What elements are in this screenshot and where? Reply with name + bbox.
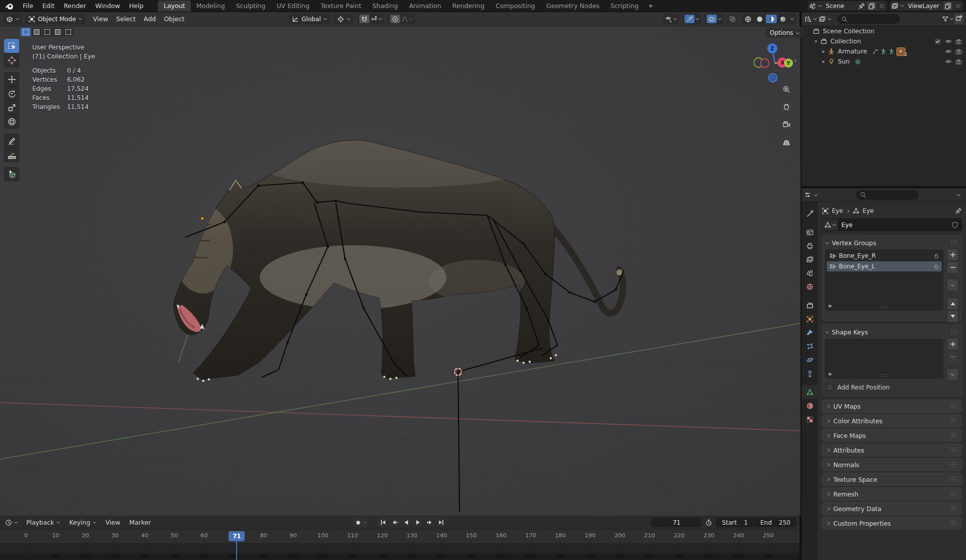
navigation-gizmo[interactable]: Z X Y — [754, 43, 796, 85]
next-keyframe-button[interactable] — [424, 518, 435, 527]
properties-options-chevron[interactable] — [957, 193, 960, 197]
expand-toggle[interactable] — [820, 60, 827, 64]
pan-hand-icon[interactable] — [780, 100, 793, 114]
lock-open-icon[interactable] — [933, 263, 939, 269]
outliner-search-input[interactable] — [850, 15, 896, 23]
panel-drag-handle[interactable]: :::::::: — [950, 477, 957, 481]
jump-end-button[interactable] — [435, 518, 446, 527]
properties-tab-render[interactable] — [802, 226, 818, 239]
remove-vertex-group-button[interactable] — [947, 261, 958, 273]
visibility-dropdown[interactable] — [663, 14, 679, 24]
tool-box-select[interactable] — [4, 39, 19, 53]
properties-tab-world[interactable] — [802, 280, 818, 293]
duplicate-viewlayer-icon[interactable] — [944, 3, 951, 10]
scene-selector[interactable]: Scene — [808, 1, 887, 11]
expand-toggle[interactable] — [820, 49, 827, 54]
outliner-row-collection[interactable]: Collection — [802, 36, 966, 46]
select-mode-intersect[interactable] — [63, 28, 73, 36]
viewport-menu-add[interactable]: Add — [140, 14, 160, 24]
timeline-track[interactable] — [0, 544, 800, 553]
panel-drag-handle[interactable]: :::::::: — [950, 463, 957, 467]
timeline-menu-view[interactable]: View — [101, 518, 125, 527]
shape-keys-list[interactable]: ▶ :::: — [825, 339, 943, 378]
panel-drag-handle[interactable]: :::::::: — [950, 492, 957, 496]
shading-wireframe-button[interactable] — [743, 15, 754, 23]
outliner-row-sun[interactable]: Sun — [802, 57, 966, 67]
panel-drag-handle[interactable]: :::::::: — [950, 433, 957, 437]
jump-start-button[interactable] — [377, 518, 388, 527]
playhead-line[interactable] — [236, 541, 237, 560]
tool-measure[interactable] — [4, 148, 19, 162]
properties-tab-collection[interactable] — [802, 299, 818, 312]
timeline-menu-keying[interactable]: Keying — [65, 518, 101, 527]
close-icon[interactable] — [878, 3, 885, 10]
menu-render[interactable]: Render — [59, 1, 91, 11]
tool-transform[interactable] — [4, 115, 19, 129]
select-mode-invert[interactable] — [52, 28, 63, 36]
vertex-groups-list[interactable]: Bone_Eye_RBone_Eye_L ▶ :::: — [825, 250, 943, 310]
add-rest-position-checkbox[interactable] — [826, 384, 833, 391]
workspace-tab-scripting[interactable]: Scripting — [605, 1, 644, 12]
properties-tab-object-data[interactable] — [802, 385, 818, 399]
panel-drag-handle[interactable]: :::::::: — [951, 330, 958, 334]
workspace-tab-texture-paint[interactable]: Texture Paint — [315, 1, 367, 12]
viewport-3d[interactable]: Object Mode ViewSelectAddObject Global — [0, 12, 801, 516]
panel-custom-properties[interactable]: Custom Properties:::::::: — [822, 517, 962, 530]
snapping-controls[interactable] — [357, 14, 384, 24]
panel-drag-handle[interactable]: :::::::: — [951, 241, 958, 245]
breadcrumb-object[interactable]: Eye — [832, 207, 843, 214]
panel-drag-handle[interactable]: :::::::: — [950, 419, 957, 423]
pin-icon[interactable] — [955, 207, 962, 214]
add-workspace-button[interactable]: + — [644, 1, 657, 11]
new-collection-icon[interactable] — [955, 15, 962, 22]
zoom-icon[interactable] — [780, 83, 793, 96]
expand-toggle[interactable] — [812, 39, 819, 44]
scene-icon[interactable] — [809, 3, 816, 10]
hide-eye-icon[interactable] — [945, 58, 952, 65]
proportional-edit-icon[interactable] — [391, 16, 399, 23]
pin-icon[interactable] — [858, 3, 865, 10]
properties-editor-icon[interactable] — [804, 191, 811, 198]
properties-search[interactable] — [856, 190, 919, 200]
select-mode-set[interactable] — [21, 28, 31, 36]
vertex-group-bone-eye-r[interactable]: Bone_Eye_R — [827, 251, 942, 261]
shading-rendered-button[interactable] — [777, 15, 788, 23]
play-button[interactable] — [412, 518, 423, 527]
pivot-dropdown[interactable] — [334, 14, 353, 24]
move-group-up-button[interactable] — [947, 298, 958, 310]
shield-icon[interactable] — [951, 221, 958, 229]
shape-keys-title[interactable]: Shape Keys — [832, 328, 868, 336]
proportional-edit-controls[interactable] — [388, 14, 415, 24]
workspace-tab-modeling[interactable]: Modeling — [191, 1, 231, 12]
select-mode-extend[interactable] — [31, 28, 41, 36]
list-expand-icon[interactable]: ▶ — [829, 371, 832, 376]
list-expand-icon[interactable]: ▶ — [829, 303, 832, 308]
gizmos-toggle[interactable] — [683, 14, 701, 24]
panel-uv-maps[interactable]: UV Maps:::::::: — [822, 400, 962, 413]
panel-face-maps[interactable]: Face Maps:::::::: — [822, 429, 962, 442]
workspace-tab-shading[interactable]: Shading — [367, 1, 404, 12]
panel-drag-handle[interactable]: :::::::: — [950, 507, 957, 511]
sidebar-collapse-arrow[interactable]: ‹ — [794, 57, 797, 64]
workspace-tab-rendering[interactable]: Rendering — [447, 1, 490, 12]
filter-icon[interactable] — [942, 16, 949, 23]
axis-neg-x-ball[interactable] — [761, 59, 769, 68]
prev-keyframe-button[interactable] — [389, 518, 400, 527]
workspace-tab-animation[interactable]: Animation — [404, 1, 447, 12]
options-dropdown[interactable]: Options — [766, 28, 804, 38]
timeline-menu-playback[interactable]: Playback — [22, 518, 65, 527]
properties-search-input[interactable] — [869, 191, 915, 199]
outliner-search[interactable] — [837, 14, 900, 24]
viewlayer-selector[interactable]: ViewLayer — [890, 1, 963, 11]
panel-remesh[interactable]: Remesh:::::::: — [822, 487, 962, 500]
properties-tab-scene[interactable] — [802, 266, 818, 279]
list-resize-handle[interactable]: :::: — [881, 375, 888, 377]
properties-tab-output[interactable] — [802, 239, 818, 252]
mode-dropdown[interactable]: Object Mode — [25, 14, 85, 24]
tool-annotate[interactable] — [4, 134, 19, 148]
preview-range-icon[interactable] — [705, 519, 712, 526]
properties-tab-constraints[interactable] — [802, 367, 818, 380]
tool-add-cube[interactable] — [4, 167, 19, 181]
outliner-editor-icon[interactable] — [804, 16, 811, 23]
menu-file[interactable]: File — [18, 1, 38, 11]
